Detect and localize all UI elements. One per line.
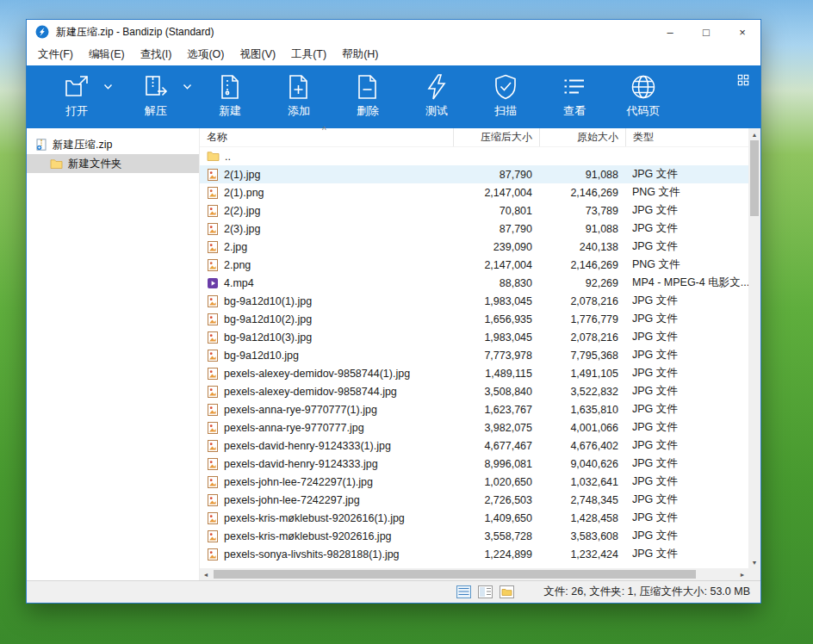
details-view-icon[interactable] — [456, 585, 471, 599]
toolbar-button-label: 打开 — [65, 103, 88, 119]
file-name-cell: pexels-kris-møklebust-9202616.jpg — [200, 527, 453, 545]
file-name: pexels-sonya-livshits-9828188(1).jpg — [224, 548, 400, 560]
window-title: 新建压缩.zip - Bandizip (Standard) — [56, 25, 652, 40]
tree-item-label: 新建文件夹 — [68, 157, 122, 171]
file-row[interactable]: pexels-john-lee-7242297.jpg2,726,5032,74… — [200, 491, 748, 509]
toolbar-button-label: 新建 — [219, 103, 241, 119]
file-row[interactable]: pexels-john-lee-7242297(1).jpg1,020,6501… — [200, 473, 748, 491]
column-header-name[interactable]: 名称 — [200, 128, 453, 146]
file-type: JPG 文件 — [625, 346, 748, 364]
original-size: 2,078,216 — [539, 292, 625, 310]
file-row[interactable]: 2(1).png2,147,0042,146,269PNG 文件 — [200, 183, 748, 201]
tree-item-label: 新建压缩.zip — [53, 138, 112, 152]
toolbar-button-delete[interactable]: 删除 — [333, 71, 402, 119]
column-header-compressed[interactable]: 压缩后大小 — [453, 128, 539, 146]
toolbar-button-view[interactable]: 查看 — [540, 71, 609, 119]
toolbar-button-scan[interactable]: 扫描 — [471, 71, 540, 119]
horizontal-scrollbar[interactable]: ◄ ► — [200, 568, 748, 580]
file-row[interactable]: pexels-anna-rye-9770777(1).jpg1,623,7671… — [200, 400, 748, 418]
close-button[interactable]: × — [724, 20, 760, 44]
tree-item-archive[interactable]: 新建压缩.zip — [27, 135, 199, 154]
horizontal-scroll-track[interactable] — [212, 568, 736, 580]
toolbar-button-extract[interactable]: 解压 — [116, 71, 195, 119]
vertical-scrollbar[interactable]: ▲ ▼ — [748, 128, 760, 580]
file-row[interactable]: bg-9a12d10(3).jpg1,983,0452,078,216JPG 文… — [200, 328, 748, 346]
menu-item-file[interactable]: 文件(F) — [30, 44, 81, 65]
chevron-down-icon[interactable] — [183, 84, 192, 90]
file-name-cell: pexels-david-henry-9124333(1).jpg — [200, 437, 453, 455]
file-row[interactable]: pexels-alexey-demidov-9858744.jpg3,508,8… — [200, 382, 748, 400]
file-type: PNG 文件 — [625, 256, 748, 274]
tree-item-folder[interactable]: 新建文件夹 — [27, 154, 199, 173]
compressed-size — [453, 147, 539, 165]
title-bar: 新建压缩.zip - Bandizip (Standard) – □ × — [27, 20, 760, 44]
original-size: 4,676,402 — [539, 437, 625, 455]
file-row[interactable]: bg-9a12d10(1).jpg1,983,0452,078,216JPG 文… — [200, 292, 748, 310]
bandizip-logo-icon — [35, 25, 49, 39]
toolbar-button-new[interactable]: 新建 — [195, 71, 264, 119]
file-row[interactable]: pexels-kris-møklebust-9202616(1).jpg1,40… — [200, 509, 748, 527]
file-name-cell: pexels-anna-rye-9770777(1).jpg — [200, 400, 453, 418]
maximize-button[interactable]: □ — [688, 20, 724, 44]
file-row[interactable]: .. — [200, 147, 748, 165]
file-row[interactable]: 2(3).jpg87,79091,088JPG 文件 — [200, 220, 748, 238]
menu-item-find[interactable]: 查找(I) — [133, 44, 180, 65]
file-row[interactable]: 2.jpg239,090240,138JPG 文件 — [200, 238, 748, 256]
preview-pane-icon[interactable] — [477, 585, 493, 599]
file-type: JPG 文件 — [625, 364, 748, 382]
file-row[interactable]: bg-9a12d10(2).jpg1,656,9351,776,779JPG 文… — [200, 310, 748, 328]
file-name-cell: 2.png — [200, 256, 453, 274]
layout-grid-icon[interactable] — [737, 74, 749, 86]
open-icon — [63, 73, 90, 101]
toolbar-button-open[interactable]: 打开 — [37, 71, 116, 119]
jpg-file-icon — [207, 350, 219, 362]
file-name-cell: pexels-alexey-demidov-9858744.jpg — [200, 382, 453, 400]
menu-item-tools[interactable]: 工具(T) — [283, 44, 334, 65]
file-row[interactable]: pexels-sonya-livshits-9828188(1).jpg1,22… — [200, 545, 748, 563]
menu-item-edit[interactable]: 编辑(E) — [81, 44, 133, 65]
folder-tree-icon[interactable] — [499, 585, 514, 599]
original-size: 91,088 — [539, 165, 625, 183]
menu-item-options[interactable]: 选项(O) — [179, 44, 232, 65]
toolbar-button-add[interactable]: 添加 — [264, 71, 333, 119]
compressed-size: 1,020,650 — [453, 473, 539, 491]
menu-item-help[interactable]: 帮助(H) — [334, 44, 386, 65]
add-icon — [285, 73, 313, 101]
column-header-type[interactable]: 类型 — [625, 128, 748, 146]
file-name-cell: 2(1).png — [200, 183, 453, 201]
horizontal-scroll-thumb[interactable] — [214, 570, 696, 579]
file-row[interactable]: pexels-kris-møklebust-9202616.jpg3,558,7… — [200, 527, 748, 545]
menu-item-view[interactable]: 视图(V) — [233, 44, 284, 65]
column-header-original[interactable]: 原始大小 — [539, 128, 625, 146]
file-row[interactable]: 2(1).jpg87,79091,088JPG 文件 — [200, 165, 748, 183]
toolbar-button-test[interactable]: 测试 — [402, 71, 471, 119]
file-row[interactable]: 2(2).jpg70,80173,789JPG 文件 — [200, 201, 748, 220]
file-row[interactable]: pexels-david-henry-9124333.jpg8,996,0819… — [200, 455, 748, 473]
minimize-button[interactable]: – — [652, 20, 688, 44]
file-row[interactable]: pexels-anna-rye-9770777.jpg3,982,0754,00… — [200, 418, 748, 437]
file-row[interactable]: pexels-alexey-demidov-9858744(1).jpg1,48… — [200, 364, 748, 382]
scroll-right-arrow[interactable]: ► — [736, 568, 748, 580]
mp4-file-icon — [207, 277, 219, 289]
chevron-down-icon[interactable] — [103, 84, 113, 90]
file-row[interactable]: bg-9a12d10.jpg7,773,9787,795,368JPG 文件 — [200, 346, 748, 364]
toolbar-button-codepage[interactable]: 代码页 — [609, 71, 678, 119]
original-size — [539, 147, 625, 165]
original-size: 2,748,345 — [539, 491, 625, 509]
vertical-scroll-track[interactable] — [748, 140, 760, 556]
sidebar-tree: 新建压缩.zip 新建文件夹 — [27, 128, 199, 580]
file-name: pexels-john-lee-7242297.jpg — [224, 494, 360, 506]
file-list: ..2(1).jpg87,79091,088JPG 文件2(1).png2,14… — [200, 147, 748, 568]
file-row[interactable]: pexels-david-henry-9124333(1).jpg4,677,4… — [200, 437, 748, 455]
file-name-cell: 2(1).jpg — [200, 165, 453, 183]
scroll-left-arrow[interactable]: ◄ — [200, 568, 212, 580]
scroll-up-arrow[interactable]: ▲ — [748, 128, 760, 140]
file-type: JPG 文件 — [625, 238, 748, 256]
file-row[interactable]: 2.png2,147,0042,146,269PNG 文件 — [200, 256, 748, 274]
jpg-file-icon — [207, 422, 219, 434]
scroll-down-arrow[interactable]: ▼ — [748, 556, 760, 568]
view-icon — [561, 73, 588, 101]
file-row[interactable]: 4.mp488,83092,269MP4 - MPEG-4 电影文... — [200, 274, 748, 292]
vertical-scroll-thumb[interactable] — [750, 140, 759, 216]
file-type: JPG 文件 — [625, 437, 748, 455]
